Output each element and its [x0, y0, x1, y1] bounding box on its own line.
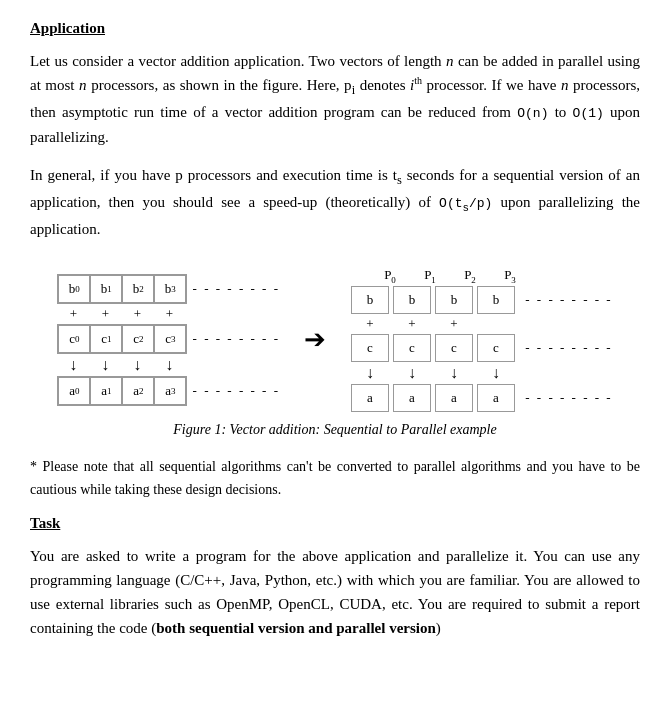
par-c0: c — [351, 334, 389, 362]
par-header-p0: P0 — [370, 267, 410, 285]
paragraph-1: Let us consider a vector addition applic… — [30, 49, 640, 149]
seq-row-a: a0 a1 a2 a3 - - - - - - - - — [57, 376, 280, 406]
task-section: Task You are asked to write a program fo… — [30, 515, 640, 640]
seq-a1: a1 — [90, 377, 122, 405]
seq-dashes-c: - - - - - - - - — [187, 331, 280, 347]
par-header-p1: P1 — [410, 267, 450, 285]
diagram-container: b0 b1 b2 b3 - - - - - - - - ++++ c0 c1 — [57, 267, 612, 413]
seq-plus-row: ++++ — [57, 304, 185, 324]
par-headers: P0 P1 P2 P3 — [370, 267, 613, 285]
seq-a0: a0 — [58, 377, 90, 405]
seq-c0: c0 — [58, 325, 90, 353]
parallel-block: P0 P1 P2 P3 b b b b - - - - - - - - — [350, 267, 613, 413]
seq-a2: a2 — [122, 377, 154, 405]
transform-arrow: ➔ — [304, 324, 326, 355]
par-a3: a — [477, 384, 515, 412]
par-a0: a — [351, 384, 389, 412]
application-title: Application — [30, 20, 640, 37]
seq-b0: b0 — [58, 275, 90, 303]
seq-b1: b1 — [90, 275, 122, 303]
seq-b2: b2 — [122, 275, 154, 303]
par-b2: b — [435, 286, 473, 314]
par-header-p3: P3 — [490, 267, 530, 285]
par-col-group-c: c c c c — [350, 334, 516, 362]
task-paragraph: You are asked to write a program for the… — [30, 544, 640, 640]
seq-row-b: b0 b1 b2 b3 - - - - - - - - — [57, 274, 280, 304]
par-plus-row: + + + — [350, 314, 613, 334]
par-arrow-row: ↓ ↓ ↓ ↓ — [350, 362, 613, 384]
par-dashes-b: - - - - - - - - — [520, 286, 613, 314]
par-col-group-b: b b b b — [350, 286, 516, 314]
seq-a3: a3 — [154, 377, 186, 405]
seq-c1: c1 — [90, 325, 122, 353]
seq-c3: c3 — [154, 325, 186, 353]
par-header-p2: P2 — [450, 267, 490, 285]
par-dashes-a: - - - - - - - - — [520, 384, 613, 412]
task-title: Task — [30, 515, 640, 532]
paragraph-2: In general, if you have p processors and… — [30, 163, 640, 241]
par-c1: c — [393, 334, 431, 362]
seq-b3: b3 — [154, 275, 186, 303]
par-c3: c — [477, 334, 515, 362]
figure-area: b0 b1 b2 b3 - - - - - - - - ++++ c0 c1 — [30, 259, 640, 439]
par-row-a: a a a a - - - - - - - - — [350, 384, 613, 412]
par-b1: b — [393, 286, 431, 314]
task-bold: both sequential version and parallel ver… — [156, 620, 436, 636]
par-col-group-a: a a a a — [350, 384, 516, 412]
seq-dashes-b: - - - - - - - - — [187, 281, 280, 297]
par-b0: b — [351, 286, 389, 314]
par-row-b: b b b b - - - - - - - - — [350, 286, 613, 314]
seq-c2: c2 — [122, 325, 154, 353]
sequential-block: b0 b1 b2 b3 - - - - - - - - ++++ c0 c1 — [57, 274, 280, 406]
par-a2: a — [435, 384, 473, 412]
par-dashes-c: - - - - - - - - — [520, 334, 613, 362]
seq-arrow-row: ↓↓↓↓ — [57, 354, 185, 376]
figure-caption: Figure 1: Vector addition: Sequential to… — [173, 422, 496, 438]
seq-row-c: c0 c1 c2 c3 - - - - - - - - — [57, 324, 280, 354]
seq-dashes-a: - - - - - - - - — [187, 383, 280, 399]
par-b3: b — [477, 286, 515, 314]
application-section: Application Let us consider a vector add… — [30, 20, 640, 640]
par-a1: a — [393, 384, 431, 412]
par-row-c: c c c c - - - - - - - - — [350, 334, 613, 362]
par-c2: c — [435, 334, 473, 362]
note-text: * Please note that all sequential algori… — [30, 456, 640, 501]
